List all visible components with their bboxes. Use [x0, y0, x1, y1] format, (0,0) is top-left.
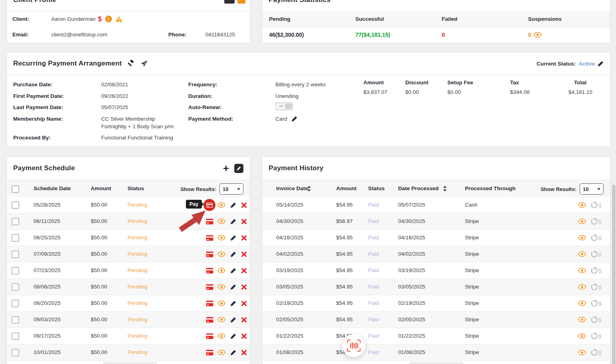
delete-x-icon[interactable] — [240, 201, 248, 209]
row-checkbox[interactable] — [12, 283, 19, 291]
pay-card-icon[interactable] — [205, 283, 213, 291]
view-eye-icon[interactable] — [217, 217, 225, 225]
delete-x-icon[interactable] — [240, 299, 248, 307]
edit-pencil-icon[interactable] — [229, 299, 237, 307]
row-checkbox[interactable] — [12, 201, 19, 209]
info-icon[interactable]: i — [105, 16, 112, 22]
refund-icon[interactable]: $ — [589, 332, 604, 340]
row-checkbox[interactable] — [12, 218, 19, 225]
view-eye-icon[interactable] — [217, 267, 225, 274]
stat-header-suspensions: Suspensions — [528, 11, 562, 27]
view-receipt-eye-icon[interactable] — [578, 217, 586, 225]
row-checkbox[interactable] — [12, 267, 19, 274]
pay-card-icon[interactable] — [205, 299, 213, 307]
warning-icon[interactable] — [115, 16, 123, 22]
view-receipt-eye-icon[interactable] — [578, 348, 586, 356]
edit-pencil-icon[interactable] — [229, 332, 237, 340]
delete-x-icon[interactable] — [240, 332, 248, 340]
schedule-pagination-button[interactable] — [103, 362, 157, 364]
view-eye-icon[interactable] — [217, 234, 225, 242]
view-receipt-eye-icon[interactable] — [578, 267, 586, 274]
show-results-select[interactable]: 10 — [219, 183, 243, 195]
edit-schedule-icon[interactable] — [234, 164, 243, 173]
auto-renew-toggle[interactable]: Off — [275, 102, 293, 111]
refund-icon[interactable]: $ — [589, 316, 604, 324]
delete-x-icon[interactable] — [240, 234, 248, 242]
edit-pencil-icon[interactable] — [229, 316, 237, 324]
dollar-icon[interactable]: $ — [98, 15, 102, 23]
row-checkbox[interactable] — [12, 251, 19, 258]
profile-action-icon[interactable] — [224, 0, 235, 4]
pay-card-icon[interactable] — [205, 234, 213, 242]
delete-x-icon[interactable] — [240, 217, 248, 225]
amount-cell: $50.00 — [91, 312, 107, 328]
row-checkbox[interactable] — [12, 316, 19, 324]
view-receipt-eye-icon[interactable] — [578, 332, 586, 340]
row-checkbox[interactable] — [12, 349, 19, 356]
view-receipt-eye-icon[interactable] — [578, 316, 586, 324]
refund-icon[interactable]: $ — [589, 201, 604, 209]
chevron-down-icon — [597, 188, 600, 190]
edit-pencil-icon[interactable] — [229, 348, 237, 356]
view-eye-icon[interactable] — [217, 283, 225, 291]
select-all-checkbox[interactable] — [12, 185, 19, 193]
col-amount: Amount — [91, 180, 111, 197]
edit-pencil-icon[interactable] — [229, 234, 237, 242]
view-eye-icon[interactable] — [217, 348, 225, 356]
delete-x-icon[interactable] — [240, 283, 248, 291]
view-eye-icon[interactable] — [217, 299, 225, 307]
add-payment-icon[interactable]: + — [223, 164, 229, 172]
edit-pencil-icon[interactable] — [229, 250, 237, 258]
pay-card-icon[interactable] — [205, 332, 213, 340]
edit-pencil-icon[interactable] — [229, 283, 237, 291]
refund-icon[interactable]: $ — [589, 348, 604, 356]
refund-icon[interactable]: $ — [589, 250, 604, 258]
refund-icon[interactable]: $ — [589, 299, 604, 307]
edit-pencil-icon[interactable] — [229, 267, 237, 274]
pay-card-icon[interactable] — [205, 316, 213, 324]
history-pagination-button[interactable] — [409, 362, 463, 364]
history-show-results-select[interactable]: 10 — [580, 183, 604, 195]
send-icon[interactable] — [140, 60, 148, 68]
view-eye-icon[interactable] — [217, 250, 225, 258]
edit-pencil-icon[interactable] — [229, 217, 237, 225]
delete-x-icon[interactable] — [240, 316, 248, 324]
edit-payment-method-pencil-icon[interactable] — [291, 116, 297, 122]
view-receipt-eye-icon[interactable] — [578, 201, 586, 209]
refund-icon[interactable]: $ — [589, 217, 604, 225]
gavel-icon[interactable] — [127, 60, 135, 68]
profile-edit-icon[interactable] — [237, 0, 245, 4]
pay-card-icon[interactable] — [205, 348, 213, 356]
delete-x-icon[interactable] — [240, 267, 248, 274]
edit-pencil-icon[interactable] — [229, 201, 237, 209]
pay-card-icon[interactable] — [205, 217, 213, 225]
view-receipt-eye-icon[interactable] — [578, 299, 586, 307]
edit-status-pencil-icon[interactable] — [598, 61, 604, 67]
page-scrollbar[interactable] — [612, 185, 616, 364]
pay-card-icon[interactable] — [205, 250, 213, 258]
view-receipt-eye-icon[interactable] — [578, 283, 586, 291]
refund-icon[interactable]: $ — [589, 283, 604, 291]
tax-column: Tax $344.08 — [510, 80, 554, 95]
refund-icon[interactable]: $ — [589, 267, 604, 274]
sort-date-processed-icon[interactable] — [443, 186, 447, 191]
pay-card-icon[interactable] — [205, 267, 213, 274]
refund-icon[interactable]: $ — [589, 234, 604, 242]
row-checkbox[interactable] — [12, 234, 19, 242]
delete-x-icon[interactable] — [240, 348, 248, 356]
delete-x-icon[interactable] — [240, 250, 248, 258]
view-receipt-eye-icon[interactable] — [578, 250, 586, 258]
row-checkbox[interactable] — [12, 332, 19, 340]
sort-invoice-date-icon[interactable] — [307, 186, 311, 191]
pay-card-icon-highlighted[interactable] — [203, 199, 215, 211]
current-status-value[interactable]: Active — [578, 61, 595, 67]
view-receipt-eye-icon[interactable] — [578, 234, 586, 242]
view-eye-icon[interactable] — [217, 316, 225, 324]
stat-header-pending: Pending — [269, 11, 290, 27]
client-name[interactable]: Aaron Gunderman — [51, 16, 96, 22]
view-eye-icon[interactable] — [217, 332, 225, 340]
suspensions-eye-icon[interactable] — [534, 32, 542, 38]
history-row: 01/08/2025 $54.95 Paid 01/08/2025 Stripe… — [262, 344, 610, 361]
row-checkbox[interactable] — [12, 300, 19, 307]
view-eye-icon[interactable] — [217, 201, 225, 209]
